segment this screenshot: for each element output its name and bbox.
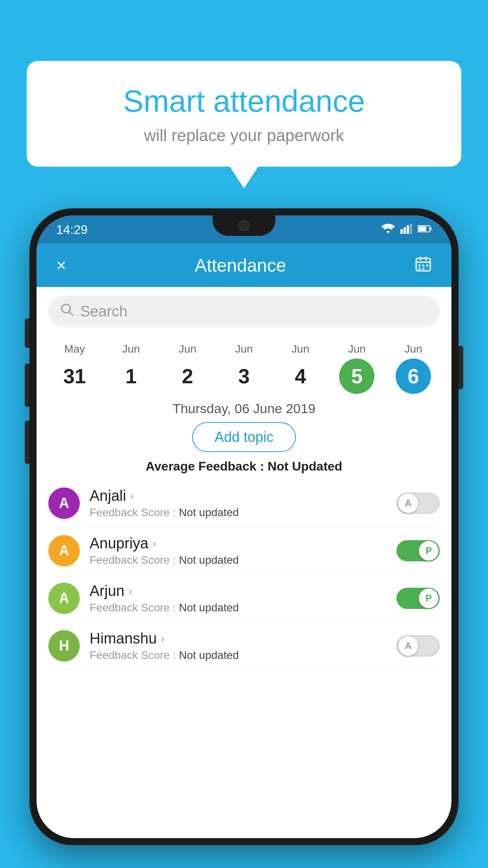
svg-rect-11 [418, 265, 420, 267]
svg-rect-1 [404, 227, 406, 234]
svg-rect-6 [418, 226, 426, 231]
feedback-value: Not updated [179, 554, 239, 566]
attendance-toggle[interactable]: P [396, 540, 440, 561]
calendar-day[interactable]: Jun6 [396, 343, 431, 394]
student-info: Himanshu ›Feedback Score : Not updated [90, 630, 396, 662]
volume-down-button [25, 421, 29, 464]
cal-day-number: 5 [339, 359, 374, 394]
battery-icon [418, 225, 432, 234]
app-header: × Attendance [37, 244, 451, 287]
calendar-day[interactable]: May31 [57, 343, 92, 394]
student-avatar: A [48, 487, 80, 519]
toggle-knob: P [419, 588, 438, 608]
svg-line-17 [69, 312, 73, 316]
attendance-toggle[interactable]: P [396, 588, 440, 609]
front-camera [238, 220, 250, 231]
toggle-knob: A [398, 636, 418, 656]
cal-day-number: 1 [114, 359, 149, 394]
student-item[interactable]: AAnjali ›Feedback Score : Not updatedA [48, 480, 440, 527]
avg-feedback-label: Average Feedback : [146, 459, 268, 473]
svg-rect-3 [410, 224, 412, 234]
chevron-icon: › [128, 585, 132, 598]
volume-silent-button [25, 318, 29, 348]
student-item[interactable]: AAnupriya ›Feedback Score : Not updatedP [48, 527, 440, 575]
search-bar[interactable]: Search [48, 296, 440, 327]
power-button [459, 346, 463, 389]
svg-rect-15 [422, 268, 424, 270]
cal-day-number: 31 [57, 359, 92, 394]
wifi-icon [382, 224, 395, 235]
calendar-icon[interactable] [415, 255, 432, 276]
svg-point-16 [62, 304, 70, 313]
cal-day-number: 6 [396, 359, 431, 394]
phone-notch [213, 215, 275, 236]
student-name: Himanshu › [90, 630, 396, 647]
student-name: Arjun › [90, 583, 396, 600]
attendance-toggle[interactable]: A [396, 493, 440, 514]
svg-rect-2 [407, 225, 409, 234]
cal-day-number: 3 [226, 359, 262, 394]
student-info: Anupriya ›Feedback Score : Not updated [90, 535, 396, 566]
cal-month-label: Jun [179, 343, 196, 355]
search-placeholder: Search [80, 303, 127, 320]
student-item[interactable]: AArjun ›Feedback Score : Not updatedP [48, 575, 440, 622]
student-item[interactable]: HHimanshu ›Feedback Score : Not updatedA [48, 622, 440, 670]
student-list: AAnjali ›Feedback Score : Not updatedAAA… [37, 480, 451, 670]
calendar-day[interactable]: Jun5 [339, 343, 374, 394]
student-feedback: Feedback Score : Not updated [90, 649, 396, 662]
speech-bubble-title: Smart attendance [58, 85, 430, 118]
chevron-icon: › [130, 490, 134, 502]
speech-bubble-subtitle: will replace your paperwork [58, 126, 430, 145]
toggle-switch[interactable]: P [396, 588, 440, 609]
date-label: Thursday, 06 June 2019 [37, 401, 451, 416]
avg-feedback-value: Not Updated [268, 459, 342, 473]
signal-icon [400, 224, 412, 235]
student-avatar: A [48, 535, 80, 566]
cal-month-label: Jun [404, 343, 422, 355]
speech-bubble: Smart attendance will replace your paper… [27, 61, 461, 167]
student-avatar: A [48, 583, 80, 614]
toggle-switch[interactable]: A [396, 635, 440, 657]
student-feedback: Feedback Score : Not updated [90, 506, 396, 519]
student-name: Anupriya › [90, 535, 396, 552]
toggle-switch[interactable]: P [396, 540, 440, 561]
student-info: Arjun ›Feedback Score : Not updated [90, 583, 396, 614]
attendance-toggle[interactable]: A [396, 635, 440, 657]
student-info: Anjali ›Feedback Score : Not updated [90, 487, 396, 519]
feedback-value: Not updated [179, 601, 239, 614]
status-icons [382, 224, 432, 235]
svg-rect-13 [426, 265, 428, 267]
cal-month-label: May [64, 343, 85, 355]
cal-month-label: Jun [292, 343, 309, 355]
chevron-icon: › [152, 537, 156, 550]
svg-rect-5 [430, 227, 431, 230]
feedback-value: Not updated [179, 506, 239, 519]
status-time: 14:29 [56, 223, 88, 237]
calendar-day[interactable]: Jun4 [283, 343, 318, 394]
chevron-icon: › [161, 633, 164, 645]
cal-month-label: Jun [348, 343, 366, 355]
cal-month-label: Jun [122, 343, 140, 355]
speech-bubble-container: Smart attendance will replace your paper… [27, 61, 461, 167]
student-name: Anjali › [90, 487, 396, 504]
student-avatar: H [48, 630, 80, 662]
calendar-day[interactable]: Jun3 [226, 343, 262, 394]
svg-rect-12 [422, 265, 424, 267]
toggle-knob: P [419, 541, 438, 561]
search-icon [60, 303, 74, 320]
phone-outer: 14:29 [29, 208, 459, 845]
svg-rect-0 [400, 229, 403, 234]
phone-container: 14:29 [29, 208, 459, 868]
svg-rect-10 [425, 257, 427, 261]
cal-month-label: Jun [235, 343, 253, 355]
volume-up-button [25, 364, 29, 407]
feedback-value: Not updated [179, 649, 239, 661]
calendar-day[interactable]: Jun2 [170, 343, 205, 394]
toggle-knob: A [398, 493, 418, 513]
close-button[interactable]: × [56, 256, 66, 275]
student-feedback: Feedback Score : Not updated [90, 554, 396, 566]
toggle-switch[interactable]: A [396, 493, 440, 514]
cal-day-number: 2 [170, 359, 205, 394]
add-topic-button[interactable]: Add topic [192, 422, 296, 452]
calendar-day[interactable]: Jun1 [114, 343, 149, 394]
